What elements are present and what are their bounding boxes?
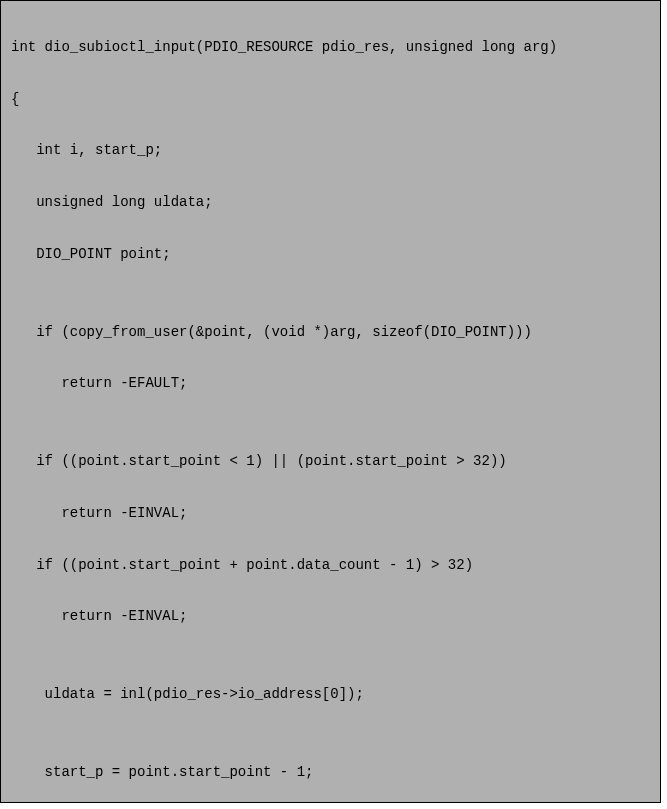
code-line: int i, start_p; [11,138,650,164]
code-line: if ((point.start_point < 1) || (point.st… [11,449,650,475]
code-block: int dio_subioctl_input(PDIO_RESOURCE pdi… [0,0,661,803]
code-line: if (copy_from_user(&point, (void *)arg, … [11,320,650,346]
code-line: start_p = point.start_point - 1; [11,760,650,786]
code-line: int dio_subioctl_input(PDIO_RESOURCE pdi… [11,35,650,61]
code-line: return -EINVAL; [11,501,650,527]
code-line: DIO_POINT point; [11,242,650,268]
code-line: uldata = inl(pdio_res->io_address[0]); [11,682,650,708]
code-line: unsigned long uldata; [11,190,650,216]
code-line: return -EFAULT; [11,371,650,397]
code-line: if ((point.start_point + point.data_coun… [11,553,650,579]
code-line: return -EINVAL; [11,604,650,630]
code-line: { [11,87,650,113]
